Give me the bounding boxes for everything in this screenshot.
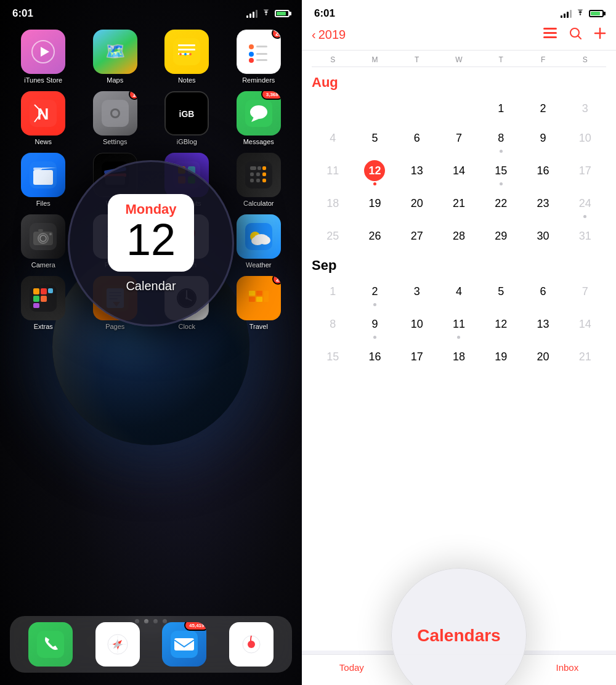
cal-cell-21[interactable]: 21 bbox=[438, 190, 480, 221]
cal-cell-26[interactable]: 26 bbox=[354, 223, 395, 250]
cal-cell-2[interactable]: 2 bbox=[522, 95, 564, 123]
camera-label: Camera bbox=[31, 261, 55, 269]
day-num: 15 bbox=[322, 346, 343, 367]
cal-cell bbox=[396, 95, 438, 123]
event-dot bbox=[583, 215, 586, 218]
dock-mail[interactable]: 45,419 bbox=[162, 622, 206, 667]
cal-cell-4[interactable]: 4 bbox=[312, 125, 354, 155]
cal-cell-sep-16[interactable]: 16 bbox=[354, 344, 395, 371]
app-notes[interactable]: Notes bbox=[153, 30, 221, 84]
dock-phone[interactable] bbox=[28, 622, 73, 667]
cal-cell-11[interactable]: 11 bbox=[312, 158, 354, 188]
cal-cell-7[interactable]: 7 bbox=[438, 125, 480, 155]
cal-cell-sep-17[interactable]: 17 bbox=[396, 344, 438, 371]
app-messages[interactable]: 3,368 Messages bbox=[225, 91, 293, 145]
back-chevron-icon[interactable]: ‹ bbox=[312, 28, 316, 42]
calendars-bubble-label: Calendars bbox=[417, 626, 500, 646]
cal-cell-sep-4[interactable]: 4 bbox=[438, 278, 480, 309]
cal-cell-sep-3[interactable]: 3 bbox=[396, 278, 438, 309]
app-calculator[interactable]: Calculator bbox=[225, 153, 293, 207]
cal-cell-sep-11[interactable]: 11 bbox=[438, 311, 480, 341]
cal-cell-20[interactable]: 20 bbox=[396, 190, 438, 221]
cal-cell-sep-14[interactable]: 14 bbox=[564, 311, 606, 341]
svg-rect-83 bbox=[249, 297, 255, 302]
cal-cell-5[interactable]: 5 bbox=[354, 125, 395, 155]
cal-cell-24[interactable]: 24 bbox=[564, 190, 606, 221]
cal-cell-sep-20[interactable]: 20 bbox=[522, 344, 564, 371]
cal-cell-27[interactable]: 27 bbox=[396, 223, 438, 250]
dock-music[interactable] bbox=[229, 622, 274, 667]
cal-cell-sep-10[interactable]: 10 bbox=[396, 311, 438, 341]
cal-cell-28[interactable]: 28 bbox=[438, 223, 480, 250]
cal-cell-sep-12[interactable]: 12 bbox=[480, 311, 522, 341]
cal-cell-sep-2[interactable]: 2 bbox=[354, 278, 395, 309]
svg-point-8 bbox=[179, 53, 182, 55]
cal-cell-22[interactable]: 22 bbox=[480, 190, 522, 221]
app-files[interactable]: Files bbox=[10, 153, 77, 207]
app-itunes[interactable]: iTunes Store bbox=[10, 30, 77, 84]
cal-cell-sep-18[interactable]: 18 bbox=[438, 344, 480, 371]
search-icon[interactable] bbox=[569, 27, 582, 43]
app-camera[interactable]: Camera bbox=[10, 214, 77, 269]
cal-cell-12[interactable]: 12 bbox=[354, 158, 395, 188]
cal-cell-3[interactable]: 3 bbox=[564, 95, 606, 123]
cal-cell-29[interactable]: 29 bbox=[480, 223, 522, 250]
cal-cell-sep-19[interactable]: 19 bbox=[480, 344, 522, 371]
svg-rect-86 bbox=[264, 291, 269, 302]
cal-cell-1[interactable]: 1 bbox=[480, 95, 522, 123]
cal-cell-30[interactable]: 30 bbox=[522, 223, 564, 250]
itunes-icon bbox=[21, 30, 65, 74]
app-news[interactable]: N News bbox=[10, 91, 77, 145]
cal-cell-15[interactable]: 15 bbox=[480, 158, 522, 188]
cal-cell-25[interactable]: 25 bbox=[312, 223, 354, 250]
app-maps[interactable]: 🗺️ Maps bbox=[82, 30, 149, 84]
cal-cell bbox=[354, 95, 395, 123]
cal-cell-10[interactable]: 10 bbox=[564, 125, 606, 155]
cal-cell-14[interactable]: 14 bbox=[438, 158, 480, 188]
weather-label: Weather bbox=[246, 261, 271, 269]
inbox-tab[interactable]: Inbox bbox=[556, 662, 578, 673]
app-travel[interactable]: 2 Travel bbox=[225, 276, 293, 330]
svg-rect-84 bbox=[256, 291, 262, 296]
cal-cell-8[interactable]: 8 bbox=[480, 125, 522, 155]
cal-cell-31[interactable]: 31 bbox=[564, 223, 606, 250]
back-nav[interactable]: ‹ 2019 bbox=[312, 28, 346, 42]
cal-cell-9[interactable]: 9 bbox=[522, 125, 564, 155]
list-icon[interactable] bbox=[543, 28, 557, 42]
app-igb[interactable]: iGB iGBlog bbox=[153, 91, 221, 145]
cal-cell-6[interactable]: 6 bbox=[396, 125, 438, 155]
status-icons-right bbox=[561, 8, 604, 19]
cal-cell-sep-5[interactable]: 5 bbox=[480, 278, 522, 309]
add-icon[interactable] bbox=[594, 27, 606, 43]
cal-cell-23[interactable]: 23 bbox=[522, 190, 564, 221]
svg-rect-102 bbox=[543, 36, 557, 38]
year-label[interactable]: 2019 bbox=[318, 28, 346, 42]
cal-cell-sep-7[interactable]: 7 bbox=[564, 278, 606, 309]
calendar-bubble[interactable]: Monday 12 Calendar bbox=[68, 160, 234, 326]
cal-cell-13[interactable]: 13 bbox=[396, 158, 438, 188]
news-icon: N bbox=[21, 91, 65, 136]
cal-cell-19[interactable]: 19 bbox=[354, 190, 395, 221]
cal-cell-17[interactable]: 17 bbox=[564, 158, 606, 188]
cal-cell-sep-15[interactable]: 15 bbox=[312, 344, 354, 371]
cal-cell-sep-1[interactable]: 1 bbox=[312, 278, 354, 309]
svg-rect-42 bbox=[257, 166, 261, 170]
app-extras[interactable]: Extras bbox=[10, 276, 77, 330]
cal-cell-18[interactable]: 18 bbox=[312, 190, 354, 221]
svg-point-12 bbox=[249, 44, 254, 49]
notes-icon bbox=[164, 30, 209, 74]
app-settings[interactable]: 1 Settings bbox=[82, 91, 149, 145]
cal-cell-16[interactable]: 16 bbox=[522, 158, 564, 188]
app-weather[interactable]: Weather bbox=[225, 214, 293, 269]
cal-cell-sep-9[interactable]: 9 bbox=[354, 311, 395, 341]
svg-rect-66 bbox=[48, 288, 53, 293]
app-reminders[interactable]: 2 Reminders bbox=[225, 30, 293, 84]
battery-icon-left bbox=[275, 10, 290, 17]
cal-cell-sep-8[interactable]: 8 bbox=[312, 311, 354, 341]
cal-cell-sep-6[interactable]: 6 bbox=[522, 278, 564, 309]
igb-label: iGBlog bbox=[177, 138, 197, 145]
today-tab[interactable]: Today bbox=[339, 662, 364, 673]
cal-cell-sep-21[interactable]: 21 bbox=[564, 344, 606, 371]
dock-safari[interactable] bbox=[95, 622, 140, 667]
cal-cell-sep-13[interactable]: 13 bbox=[522, 311, 564, 341]
